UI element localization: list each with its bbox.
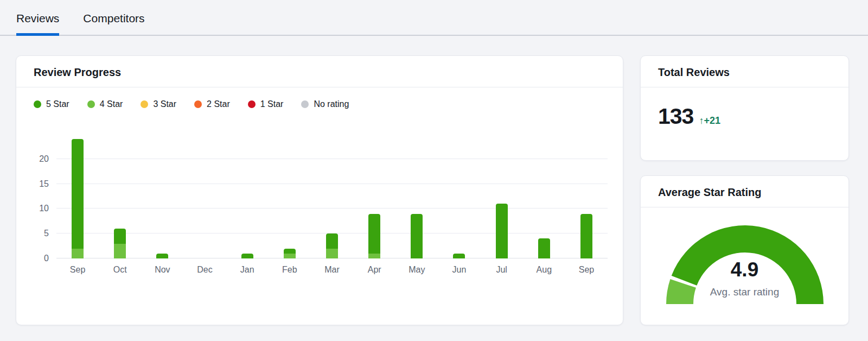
x-tick-label: Mar [311, 265, 353, 275]
x-axis-labels: SepOctNovDecJanFebMarAprMayJunJulAugSep [41, 258, 623, 275]
x-tick-label: Apr [353, 265, 395, 275]
y-tick-label: 20 [39, 154, 49, 164]
legend-item-no-rating[interactable]: No rating [301, 99, 349, 109]
bar-segment-5-star [368, 214, 380, 254]
bar-segment-4-star [284, 254, 296, 258]
total-reviews-card: Total Reviews 133 ↑+21 [640, 55, 849, 161]
legend-item-2-star[interactable]: 2 Star [194, 99, 230, 109]
tab-competitors[interactable]: Competitors [83, 12, 144, 35]
total-reviews-delta: ↑+21 [699, 115, 720, 127]
bar-column-oct-1 [99, 134, 141, 258]
average-star-rating-title: Average Star Rating [658, 186, 831, 199]
x-tick-label: Sep [56, 265, 99, 275]
tab-reviews[interactable]: Reviews [16, 12, 59, 36]
stacked-bar-mar-6[interactable] [326, 233, 338, 258]
legend-label: No rating [314, 99, 349, 109]
x-tick-label: Feb [269, 265, 311, 275]
chart-legend: 5 Star4 Star3 Star2 Star1 StarNo rating [16, 87, 623, 109]
bar-column-jan-4 [226, 134, 269, 258]
legend-label: 2 Star [207, 99, 230, 109]
gauge-value: 4.9 [663, 258, 826, 281]
legend-dot-icon [141, 100, 148, 108]
average-star-rating-header: Average Star Rating [641, 176, 848, 207]
legend-dot-icon [248, 100, 256, 108]
gauge-caption: Avg. star rating [663, 286, 826, 298]
stacked-bar-feb-5[interactable] [284, 249, 296, 258]
stacked-bar-oct-1[interactable] [114, 229, 126, 258]
legend-label: 1 Star [260, 99, 284, 109]
stacked-bar-may-8[interactable] [411, 214, 423, 258]
x-tick-label: Jan [226, 265, 269, 275]
stacked-bar-sep-12[interactable] [580, 214, 592, 258]
legend-item-3-star[interactable]: 3 Star [141, 99, 176, 109]
bar-column-feb-5 [269, 134, 311, 258]
legend-dot-icon [194, 100, 202, 108]
legend-item-4-star[interactable]: 4 Star [87, 99, 123, 109]
bar-segment-4-star [72, 249, 84, 258]
legend-label: 5 Star [46, 99, 69, 109]
stacked-bar-sep-0[interactable] [72, 139, 84, 258]
right-column: Total Reviews 133 ↑+21 Average Star Rati… [640, 55, 849, 325]
bar-column-jul-10 [481, 134, 523, 258]
x-tick-label: Jun [438, 265, 480, 275]
legend-dot-icon [87, 100, 95, 108]
tab-bar: Reviews Competitors [0, 0, 868, 36]
bar-segment-4-star [326, 249, 338, 258]
stacked-bar-jan-4[interactable] [241, 254, 253, 258]
bar-segment-5-star [411, 214, 423, 258]
bar-segment-5-star [72, 139, 84, 249]
stacked-bar-nov-2[interactable] [156, 254, 168, 258]
bar-column-mar-6 [311, 134, 353, 258]
bar-columns [56, 134, 608, 258]
review-progress-title: Review Progress [34, 66, 605, 79]
total-reviews-body: 133 ↑+21 [641, 87, 848, 129]
total-reviews-header: Total Reviews [641, 56, 848, 87]
x-tick-label: Aug [523, 265, 565, 275]
review-progress-header: Review Progress [16, 56, 623, 87]
x-tick-label: Nov [141, 265, 183, 275]
review-progress-card: Review Progress 5 Star4 Star3 Star2 Star… [16, 55, 623, 325]
legend-item-5-star[interactable]: 5 Star [34, 99, 69, 109]
main-content: Review Progress 5 Star4 Star3 Star2 Star… [0, 36, 868, 325]
bar-column-sep-12 [565, 134, 608, 258]
review-progress-chart: 05101520 [16, 109, 623, 258]
bar-column-dec-3 [183, 134, 226, 258]
legend-item-1-star[interactable]: 1 Star [248, 99, 284, 109]
stacked-bar-aug-11[interactable] [538, 238, 550, 258]
bar-column-apr-7 [353, 134, 395, 258]
bar-segment-4-star [114, 244, 126, 258]
y-tick-label: 10 [39, 204, 49, 213]
bar-segment-5-star [114, 229, 126, 243]
bar-column-aug-11 [523, 134, 565, 258]
bar-column-sep-0 [56, 134, 99, 258]
total-reviews-title: Total Reviews [658, 66, 831, 79]
bar-segment-5-star [496, 204, 508, 258]
x-tick-label: Jul [481, 265, 523, 275]
bar-column-jun-9 [438, 134, 480, 258]
x-tick-label: Oct [99, 265, 141, 275]
star-rating-gauge: 4.9 Avg. star rating [663, 223, 826, 305]
y-axis-labels: 05101520 [31, 134, 56, 258]
stacked-bar-apr-7[interactable] [368, 214, 380, 258]
bar-segment-5-star [284, 249, 296, 254]
bar-segment-5-star [453, 254, 465, 258]
y-tick-label: 15 [39, 179, 49, 189]
stacked-bar-jun-9[interactable] [453, 254, 465, 258]
y-tick-label: 0 [44, 254, 49, 263]
average-star-rating-card: Average Star Rating 4.9 Avg. star rating [640, 175, 849, 325]
bar-segment-4-star [368, 254, 380, 258]
x-tick-label: Sep [565, 265, 608, 275]
legend-dot-icon [34, 100, 41, 108]
bar-segment-5-star [241, 254, 253, 258]
x-tick-label: Dec [183, 265, 226, 275]
y-tick-label: 5 [44, 229, 49, 238]
bar-segment-5-star [156, 254, 168, 258]
legend-dot-icon [301, 100, 309, 108]
x-tick-label: May [395, 265, 438, 275]
total-reviews-value: 133 [658, 104, 693, 129]
legend-label: 4 Star [100, 99, 123, 109]
bar-column-may-8 [395, 134, 438, 258]
divider [641, 207, 848, 207]
stacked-bar-jul-10[interactable] [496, 204, 508, 258]
bar-segment-5-star [326, 233, 338, 248]
